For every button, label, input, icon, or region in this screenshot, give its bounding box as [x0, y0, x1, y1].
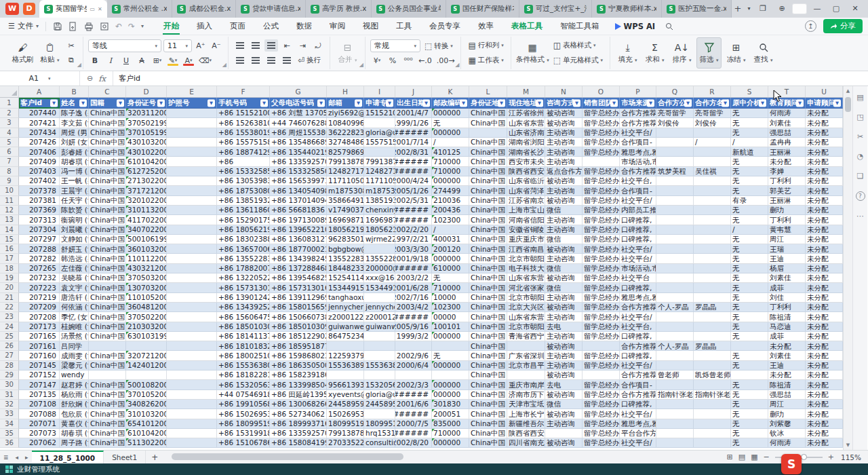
column-header-Q[interactable]: Q	[656, 86, 694, 97]
row-header-18[interactable]: 18	[0, 264, 19, 273]
finance-app-icon[interactable]	[5, 466, 13, 473]
cell[interactable]	[656, 206, 694, 215]
cell[interactable]: +86 15320563	[217, 380, 270, 390]
cell[interactable]: China中国	[89, 351, 126, 360]
cell[interactable]: 610104200212213421	[126, 429, 167, 438]
cell[interactable]: +86 18302388	[217, 235, 270, 244]
cell[interactable]: 2001/7/14	[395, 138, 432, 147]
cell[interactable]: 153449155	[327, 283, 364, 292]
cell[interactable]: 18448233	[327, 264, 364, 273]
cell[interactable]: 无	[731, 400, 768, 409]
currency-format-icon[interactable]: ¥ ▾	[370, 54, 384, 66]
cell[interactable]: #########	[395, 128, 432, 138]
strikethrough-button[interactable]: A	[135, 54, 149, 66]
cell[interactable]: 180995191	[364, 419, 395, 429]
cell[interactable]: 舒妍玉 (女	[60, 244, 89, 254]
cell[interactable]: 370503200302020020	[126, 273, 167, 283]
save-icon[interactable]	[53, 22, 62, 31]
increase-decimal-icon[interactable]: ←.0	[417, 54, 433, 66]
cell[interactable]: +86 18182281	[217, 370, 270, 380]
cell[interactable]: 未分配	[806, 147, 843, 157]
cell[interactable]: 180562199	[327, 225, 364, 235]
header-cell[interactable]: 出生日期▼	[395, 98, 432, 109]
cell[interactable]	[507, 341, 545, 351]
cell[interactable]: 610000	[432, 264, 469, 273]
cell[interactable]: 留学总经办	[583, 118, 620, 128]
table-style-button[interactable]: ◫表格样式 ▾	[551, 39, 605, 52]
row-header-15[interactable]: 15	[0, 235, 19, 244]
cell[interactable]: 未分配	[806, 409, 843, 419]
cell[interactable]: China中国	[469, 225, 507, 235]
cell[interactable]	[656, 293, 694, 303]
cell[interactable]: 主动咨询	[545, 186, 583, 195]
cell[interactable]: +86 1335925706	[270, 429, 327, 438]
cell[interactable]: 强思喆	[768, 128, 806, 138]
cell[interactable]: 无	[731, 351, 768, 360]
cell[interactable]	[583, 341, 620, 351]
cell[interactable]: 2002/7/16	[395, 293, 432, 303]
row-header-33[interactable]: 33	[0, 409, 19, 419]
cell[interactable]: 151521001	[364, 109, 395, 118]
cell[interactable]: 郭美艺	[768, 186, 806, 195]
cell[interactable]: 杨欣雨 (女	[60, 390, 89, 400]
filter-dropdown-icon[interactable]: ▼	[722, 99, 729, 107]
cell[interactable]: 无	[731, 186, 768, 195]
cell[interactable]: +86 1339985047	[270, 380, 327, 390]
freeze-button[interactable]: ⊞ 冻结 ▾	[724, 37, 749, 69]
cell[interactable]: 207147	[19, 380, 60, 390]
cell[interactable]: 180995191	[327, 419, 364, 429]
cell[interactable]: 留学总经办	[583, 322, 620, 332]
cell[interactable]: 962835011	[327, 235, 364, 244]
layout-mode-icon[interactable]: ❐	[754, 1, 772, 16]
cell[interactable]: 吴佳祺	[694, 167, 731, 176]
cell[interactable]: 个人-罗晶	[656, 303, 694, 312]
cell[interactable]: 平台合作方	[620, 429, 656, 438]
cell[interactable]: 雅思考点,雅	[620, 293, 656, 303]
cell[interactable]: 110105200207165451	[126, 293, 167, 303]
cell[interactable]: 留学总经办	[583, 244, 620, 254]
cell[interactable]: 未分配	[806, 438, 843, 448]
cell[interactable]: 207145	[19, 361, 60, 370]
cell[interactable]: 留学总经办	[583, 128, 620, 138]
cell[interactable]: +86 13611860	[217, 206, 270, 215]
cell[interactable]: 包欣辰 (女	[60, 409, 89, 419]
cell[interactable]: 河南省信阳	[507, 215, 545, 225]
column-header-J[interactable]: J	[395, 86, 432, 97]
cell[interactable]	[694, 419, 731, 429]
cell[interactable]: 102300	[432, 303, 469, 312]
cell[interactable]: +86 18101832	[217, 341, 270, 351]
cell[interactable]: 市场活动,市	[620, 157, 656, 166]
export-pdf-icon[interactable]	[68, 22, 78, 31]
cell[interactable]: 无	[731, 332, 768, 341]
cell[interactable]: +86 1300682663	[270, 400, 327, 409]
cell[interactable]: 370502200012272047	[126, 312, 167, 322]
cell[interactable]	[167, 361, 217, 370]
cell[interactable]: 000000	[432, 254, 469, 263]
cell[interactable]	[364, 118, 395, 128]
cell[interactable]: 370502199901260083	[126, 118, 167, 128]
cell[interactable]: 无	[731, 264, 768, 273]
menu-item[interactable]: 工具	[387, 18, 420, 35]
row-header-10[interactable]: 10	[0, 186, 19, 195]
cell[interactable]	[694, 235, 731, 244]
row-header-21[interactable]: 21	[0, 293, 19, 303]
cell[interactable]: 汤景然 (女	[60, 332, 89, 341]
filter-dropdown-icon[interactable]: ▼	[796, 99, 804, 107]
cell[interactable]	[167, 293, 217, 303]
cell[interactable]: China中国	[89, 206, 126, 215]
cell[interactable]: +86 18501030	[217, 322, 270, 332]
cell[interactable]	[167, 322, 217, 332]
cell[interactable]: 被动咨询	[545, 118, 583, 128]
cell[interactable]: 207135	[19, 390, 60, 400]
merge-center-button[interactable]: ⊟ 合并 ▾	[335, 37, 360, 69]
cell[interactable]: 2001/9/18	[395, 254, 432, 263]
cell[interactable]: 155363896	[327, 361, 364, 370]
font-name-select[interactable]: 等线▾	[88, 39, 161, 52]
row-header-29[interactable]: 29	[0, 370, 19, 380]
header-cell[interactable]: 申请顾问▼	[806, 98, 843, 109]
header-cell[interactable]: 教育顾问▼	[768, 98, 806, 109]
vertical-scrollbar[interactable]: ▲ ▼	[843, 86, 852, 450]
cell[interactable]	[694, 438, 731, 448]
row-header-22[interactable]: 22	[0, 303, 19, 312]
cell[interactable]: 未分配	[806, 118, 843, 128]
